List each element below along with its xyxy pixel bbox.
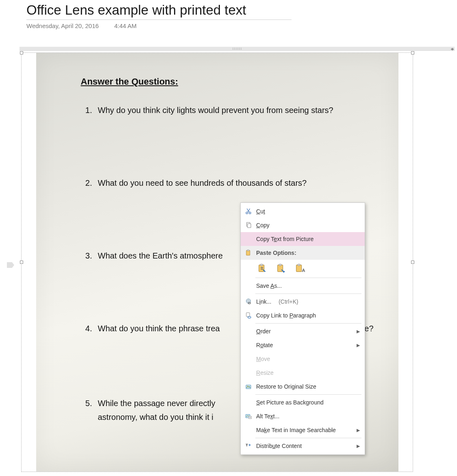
menu-alt-text[interactable]: Alt Text...: [241, 409, 365, 423]
blank-icon: [244, 341, 253, 349]
menu-cut[interactable]: Cut: [241, 204, 365, 218]
menu-resize: Resize: [241, 366, 365, 380]
svg-rect-10: [296, 265, 302, 272]
svg-rect-11: [298, 264, 300, 266]
menu-copy[interactable]: Copy: [241, 218, 365, 232]
scanned-q5-num: 5.: [81, 396, 92, 424]
scanned-q2-text: What do you need to see hundreds of thou…: [98, 176, 307, 190]
paragraph-anchor-icon[interactable]: [7, 262, 14, 268]
menu-link-label: Link... (Ctrl+K): [256, 298, 360, 305]
menu-save-as[interactable]: Save As...: [241, 279, 365, 293]
blank-icon: [244, 398, 253, 406]
svg-rect-7: [261, 269, 263, 270]
menu-make-text-searchable[interactable]: Make Text in Image Searchable ▶: [241, 423, 365, 437]
blank-icon: [244, 282, 253, 290]
blank-icon: [244, 327, 253, 335]
scanned-question-2: 2. What do you need to see hundreds of t…: [81, 176, 374, 190]
context-menu: Cut Copy Copy Text from Picture Paste Op…: [240, 202, 365, 455]
menu-order[interactable]: Order ▶: [241, 324, 365, 338]
scanned-q1-num: 1.: [81, 103, 92, 117]
scanned-q4-num: 4.: [81, 322, 92, 335]
menu-searchable-label: Make Text in Image Searchable: [256, 427, 357, 433]
paste-options-row: A: [241, 260, 365, 277]
scanned-heading: Answer the Questions:: [81, 76, 374, 87]
menu-separator: [255, 323, 361, 324]
paste-icon: [244, 249, 253, 257]
distribute-icon: T: [244, 442, 253, 450]
resize-handle-top-left[interactable]: [20, 51, 23, 54]
svg-text:T: T: [246, 443, 248, 447]
page-date[interactable]: Wednesday, April 20, 2016: [26, 22, 99, 29]
svg-rect-20: [249, 416, 252, 419]
scanned-q3-text: What does the Earth's atmosphere: [98, 249, 223, 263]
menu-save-as-label: Save As...: [256, 283, 360, 289]
menu-paste-options-header: Paste Options:: [241, 246, 365, 260]
menu-copy-link-label: Copy Link to Paragraph: [256, 312, 360, 319]
menu-rotate-label: Rotate: [256, 342, 357, 348]
menu-paste-options-label: Paste Options:: [256, 250, 360, 256]
svg-rect-6: [261, 267, 263, 268]
menu-copy-link-paragraph[interactable]: Copy Link to Paragraph: [241, 309, 365, 322]
svg-rect-9: [279, 264, 281, 266]
svg-rect-3: [247, 250, 249, 251]
page-time[interactable]: 4:44 AM: [114, 22, 137, 29]
cut-icon: [244, 207, 253, 215]
menu-separator: [255, 293, 361, 294]
menu-resize-label: Resize: [256, 369, 360, 376]
scanned-q1-text: Why do you think city lights would preve…: [98, 103, 333, 117]
copy-icon: [244, 221, 253, 229]
restore-icon: [244, 383, 253, 391]
menu-rotate[interactable]: Rotate ▶: [241, 338, 365, 352]
svg-point-18: [247, 386, 248, 387]
blank-icon: [244, 369, 253, 377]
page-title[interactable]: Office Lens example with printed text: [26, 2, 292, 20]
menu-separator: [255, 394, 361, 395]
menu-separator: [255, 438, 361, 438]
menu-distribute-content[interactable]: T Distribute Content ▶: [241, 439, 365, 453]
menu-distribute-label: Distribute Content: [256, 443, 357, 449]
scanned-question-1: 1. Why do you think city lights would pr…: [81, 103, 374, 117]
svg-text:A: A: [302, 268, 305, 273]
menu-separator: [255, 278, 361, 278]
image-container-area: ◂▸ Answer the Questions: 1. Why do you t…: [20, 47, 455, 472]
svg-rect-1: [248, 224, 251, 228]
menu-cut-label: Cut: [256, 208, 360, 215]
menu-copy-label: Copy: [256, 222, 360, 228]
menu-copy-text-label: Copy Text from Picture: [256, 236, 360, 242]
menu-move: Move: [241, 352, 365, 366]
container-top-bar[interactable]: ◂▸: [20, 47, 455, 51]
scanned-q3-num: 3.: [81, 249, 92, 263]
menu-move-label: Move: [256, 356, 360, 362]
paste-merge-formatting[interactable]: [275, 262, 288, 274]
submenu-arrow-icon: ▶: [357, 329, 360, 334]
menu-restore-label: Restore to Original Size: [256, 383, 360, 390]
menu-order-label: Order: [256, 328, 357, 335]
link-icon: [244, 298, 253, 306]
menu-alt-text-label: Alt Text...: [256, 413, 360, 419]
page-meta: Wednesday, April 20, 2016 4:44 AM: [26, 22, 457, 29]
alt-text-icon: [244, 412, 253, 420]
scanned-q2-num: 2.: [81, 176, 92, 190]
menu-copy-text-from-picture[interactable]: Copy Text from Picture: [241, 232, 365, 246]
submenu-arrow-icon: ▶: [357, 343, 360, 348]
blank-icon: [244, 355, 253, 363]
copy-link-icon: [244, 311, 253, 320]
resize-handle-mid-right[interactable]: [411, 261, 414, 264]
resize-handle-top-right[interactable]: [411, 51, 414, 54]
nav-arrows-icon[interactable]: ◂▸: [450, 46, 453, 52]
svg-rect-15: [246, 313, 250, 317]
blank-icon: [244, 235, 253, 243]
submenu-arrow-icon: ▶: [357, 428, 360, 433]
menu-set-bg-label: Set Picture as Background: [256, 399, 360, 406]
blank-icon: [244, 426, 253, 434]
menu-set-picture-background[interactable]: Set Picture as Background: [241, 396, 365, 409]
paste-keep-formatting[interactable]: [256, 262, 269, 274]
page-header: Office Lens example with printed text We…: [0, 0, 457, 29]
menu-restore-original[interactable]: Restore to Original Size: [241, 380, 365, 393]
paste-text-only[interactable]: A: [294, 262, 307, 274]
drag-handle-icon[interactable]: [232, 48, 242, 50]
svg-rect-5: [260, 264, 263, 266]
submenu-arrow-icon: ▶: [357, 443, 360, 449]
resize-handle-mid-left[interactable]: [20, 261, 23, 264]
menu-link[interactable]: Link... (Ctrl+K): [241, 295, 365, 309]
